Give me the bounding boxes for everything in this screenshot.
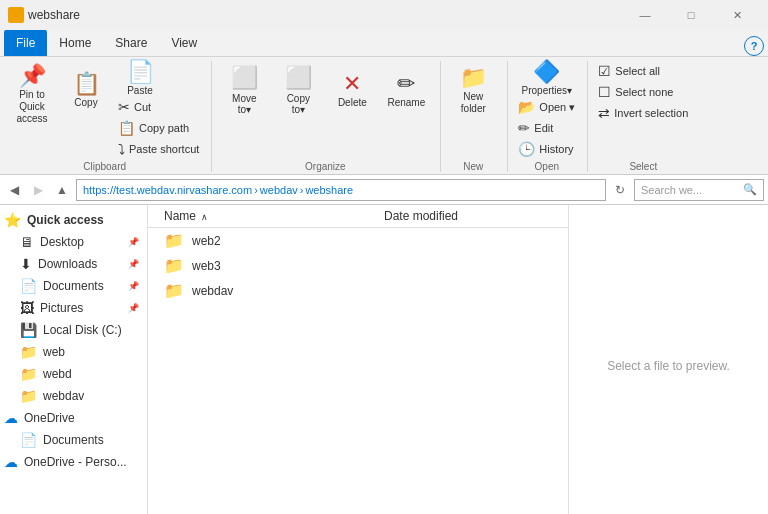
sidebar-item-pictures[interactable]: 🖼 Pictures 📌	[0, 297, 147, 319]
sidebar-item-web[interactable]: 📁 web	[0, 341, 147, 363]
maximize-button[interactable]: □	[668, 0, 714, 30]
file-item-web3[interactable]: 📁 web3	[148, 253, 568, 278]
properties-button[interactable]: 🔷 Properties▾	[521, 61, 573, 97]
preview-pane: Select a file to preview.	[568, 205, 768, 514]
paste-shortcut-button[interactable]: ⤵ Paste shortcut	[114, 139, 203, 159]
documents-icon: 📄	[20, 278, 37, 294]
address-bar: ◀ ▶ ▲ https://test.webdav.nirvashare.com…	[0, 175, 768, 205]
up-button[interactable]: ▲	[52, 180, 72, 200]
file-item-webdav[interactable]: 📁 webdav	[148, 278, 568, 303]
webdav-folder-icon: 📁	[20, 388, 37, 404]
file-name-web3: web3	[192, 259, 388, 273]
sidebar-item-onedrive[interactable]: ☁ OneDrive	[0, 407, 147, 429]
back-button[interactable]: ◀	[4, 180, 24, 200]
select-all-button[interactable]: ☑ Select all	[594, 61, 692, 81]
open-button[interactable]: 📂 Open ▾	[514, 97, 579, 117]
ribbon-group-new: 📁 Newfolder New	[443, 61, 508, 172]
invert-selection-button[interactable]: ⇄ Invert selection	[594, 103, 692, 123]
new-label: New	[447, 161, 499, 172]
sidebar-item-onedrive-personal[interactable]: ☁ OneDrive - Perso...	[0, 451, 147, 473]
new-folder-button[interactable]: 📁 Newfolder	[447, 61, 499, 121]
clipboard-label: Clipboard	[6, 161, 203, 172]
sidebar-item-webd[interactable]: 📁 webd	[0, 363, 147, 385]
file-list-header: Name ∧ Date modified	[148, 205, 568, 228]
sidebar-item-quick-access[interactable]: ⭐ Quick access	[0, 209, 147, 231]
organize-label: Organize	[218, 161, 432, 172]
sidebar-item-desktop[interactable]: 🖥 Desktop 📌	[0, 231, 147, 253]
ribbon: 📌 Pin to Quickaccess 📋 Copy 📄 Paste ✂ Cu…	[0, 57, 768, 175]
webd-folder-icon: 📁	[20, 366, 37, 382]
delete-button[interactable]: ✕ Delete	[326, 61, 378, 121]
file-name-webdav: webdav	[192, 284, 388, 298]
sidebar: ⭐ Quick access 🖥 Desktop 📌 ⬇ Downloads 📌…	[0, 205, 148, 514]
history-button[interactable]: 🕒 History	[514, 139, 579, 159]
search-placeholder: Search we...	[641, 184, 702, 196]
open-label: Open	[514, 161, 579, 172]
close-button[interactable]: ✕	[714, 0, 760, 30]
refresh-button[interactable]: ↻	[610, 180, 630, 200]
paste-button[interactable]: 📄 Paste	[114, 61, 166, 97]
column-date-modified[interactable]: Date modified	[384, 209, 552, 223]
edit-button[interactable]: ✏ Edit	[514, 118, 579, 138]
search-icon: 🔍	[743, 183, 757, 196]
ribbon-tabs: File Home Share View ?	[0, 30, 768, 57]
main-area: ⭐ Quick access 🖥 Desktop 📌 ⬇ Downloads 📌…	[0, 205, 768, 514]
ribbon-group-open: 🔷 Properties▾ 📂 Open ▾ ✏ Edit 🕒 History	[510, 61, 588, 172]
sidebar-item-documents[interactable]: 📄 Documents 📌	[0, 275, 147, 297]
tab-file[interactable]: File	[4, 30, 47, 56]
cut-button[interactable]: ✂ Cut	[114, 97, 203, 117]
local-disk-icon: 💾	[20, 322, 37, 338]
sidebar-item-webdav[interactable]: 📁 webdav	[0, 385, 147, 407]
sidebar-item-local-disk[interactable]: 💾 Local Disk (C:)	[0, 319, 147, 341]
ribbon-group-organize: ⬜ Moveto▾ ⬜ Copyto▾ ✕ Delete ✏ Rename Or…	[214, 61, 441, 172]
folder-icon-web3: 📁	[164, 256, 184, 275]
help-button[interactable]: ?	[744, 36, 764, 56]
rename-button[interactable]: ✏ Rename	[380, 61, 432, 121]
desktop-icon: 🖥	[20, 234, 34, 250]
file-list: Name ∧ Date modified 📁 web2 📁 web3 📁 web…	[148, 205, 568, 514]
move-to-button[interactable]: ⬜ Moveto▾	[218, 61, 270, 121]
ribbon-group-clipboard: 📌 Pin to Quickaccess 📋 Copy 📄 Paste ✂ Cu…	[2, 61, 212, 172]
folder-icon-web2: 📁	[164, 231, 184, 250]
minimize-button[interactable]: —	[622, 0, 668, 30]
window-title: webshare	[28, 8, 80, 22]
address-path[interactable]: https://test.webdav.nirvashare.com › web…	[76, 179, 606, 201]
web-folder-icon: 📁	[20, 344, 37, 360]
select-label: Select	[594, 161, 692, 172]
quick-access-icon: ⭐	[4, 212, 21, 228]
search-box[interactable]: Search we... 🔍	[634, 179, 764, 201]
copy-button[interactable]: 📋 Copy	[60, 61, 112, 121]
onedrive-docs-icon: 📄	[20, 432, 37, 448]
tab-home[interactable]: Home	[47, 30, 103, 56]
pictures-icon: 🖼	[20, 300, 34, 316]
select-none-button[interactable]: ☐ Select none	[594, 82, 692, 102]
preview-text: Select a file to preview.	[607, 359, 730, 373]
file-name-web2: web2	[192, 234, 388, 248]
file-item-web2[interactable]: 📁 web2	[148, 228, 568, 253]
app-icon	[8, 7, 24, 23]
pin-quick-access-button[interactable]: 📌 Pin to Quickaccess	[6, 61, 58, 129]
tab-share[interactable]: Share	[103, 30, 159, 56]
column-name[interactable]: Name ∧	[164, 209, 384, 223]
sidebar-item-onedrive-docs[interactable]: 📄 Documents	[0, 429, 147, 451]
title-bar: webshare — □ ✕	[0, 0, 768, 30]
downloads-icon: ⬇	[20, 256, 32, 272]
tab-view[interactable]: View	[159, 30, 209, 56]
sidebar-item-downloads[interactable]: ⬇ Downloads 📌	[0, 253, 147, 275]
folder-icon-webdav: 📁	[164, 281, 184, 300]
onedrive-icon: ☁	[4, 410, 18, 426]
copy-to-button[interactable]: ⬜ Copyto▾	[272, 61, 324, 121]
copy-path-button[interactable]: 📋 Copy path	[114, 118, 203, 138]
forward-button[interactable]: ▶	[28, 180, 48, 200]
ribbon-group-select: ☑ Select all ☐ Select none ⇄ Invert sele…	[590, 61, 700, 172]
onedrive-personal-icon: ☁	[4, 454, 18, 470]
